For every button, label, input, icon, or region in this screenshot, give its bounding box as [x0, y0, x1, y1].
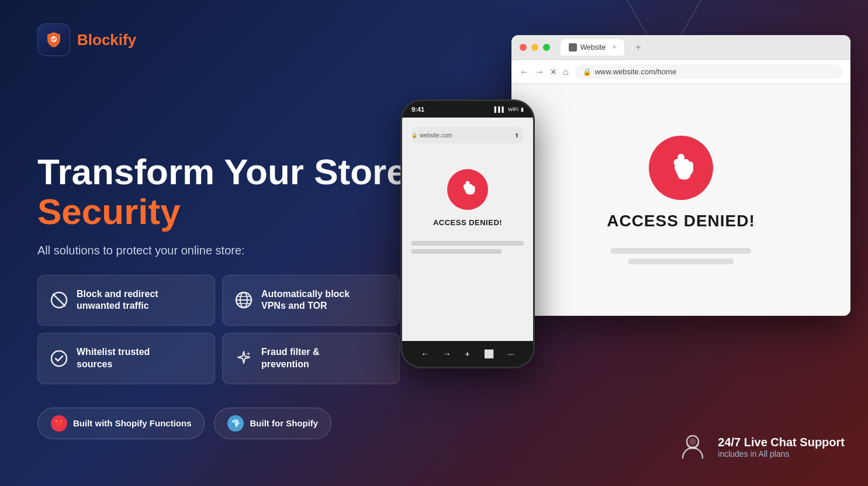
diamond-icon: 💎 [227, 415, 244, 432]
sparkle-icon [234, 349, 253, 368]
svg-line-2 [53, 294, 65, 306]
support-section: 24/7 Live Chat Support includes in All p… [677, 431, 845, 463]
phone-menu-icon[interactable]: ··· [507, 349, 514, 359]
browser-dot-green [543, 44, 550, 51]
phone-bottom-bar: ← → + ⬜ ··· [402, 341, 533, 367]
heart-icon: ❤️ [51, 415, 67, 432]
phone-addressbar: 🔒 website.com ⬆ [411, 127, 524, 143]
hero-content: Transform Your Store Security All soluti… [37, 152, 435, 439]
address-box: 🔒 www.website.com/home [575, 64, 842, 79]
svg-point-10 [689, 438, 696, 445]
phone-share-nav-icon[interactable]: + [465, 349, 470, 359]
access-denied-icon-small [447, 169, 488, 210]
badge-built-for-shopify-label: Built for Shopify [250, 418, 318, 428]
feature-card-block-traffic: Block and redirectunwanted traffic [37, 275, 215, 326]
support-subtitle: includes in All plans [718, 449, 845, 459]
browser-tab-close[interactable]: × [613, 44, 616, 50]
browser-back-button[interactable]: ← [520, 67, 529, 77]
phone-url: website.com [420, 132, 452, 139]
browser-content: ACCESS DENIED! [511, 84, 850, 316]
phone-line-1 [411, 241, 524, 246]
globe-icon [234, 291, 253, 309]
left-panel: Transform Your Store Security All soluti… [37, 0, 435, 486]
browser-tab-title: Website [580, 43, 606, 51]
hero-subtitle: All solutions to protect your online sto… [37, 244, 435, 257]
hero-title-line2: Security [37, 192, 435, 232]
badge-built-for-shopify[interactable]: 💎 Built for Shopify [214, 408, 331, 439]
phone-status-icons: ▌▌▌ WiFi ▮ [494, 106, 524, 112]
hero-title-line1: Transform Your Store [37, 152, 435, 192]
badges-row: ❤️ Built with Shopify Functions 💎 Built … [37, 408, 435, 439]
phone-screen: 🔒 website.com ⬆ ACCESS DENIED! [402, 118, 533, 341]
wifi-icon: WiFi [508, 106, 518, 112]
right-panel: Website × + ← → ✕ ⌂ 🔒 www.website.com/ho… [389, 0, 868, 486]
browser-window: Website × + ← → ✕ ⌂ 🔒 www.website.com/ho… [511, 35, 850, 316]
phone-access-denied-text: ACCESS DENIED! [433, 218, 502, 227]
feature-label-vpn: Automatically blockVPNs and TOR [261, 288, 350, 313]
features-grid: Block and redirectunwanted traffic Autom… [37, 275, 400, 384]
browser-content-lines [611, 248, 751, 264]
check-circle-icon [50, 349, 68, 368]
lock-icon: 🔒 [583, 68, 592, 76]
phone-share-icon: ⬆ [514, 132, 524, 139]
browser-home-button[interactable]: ⌂ [563, 67, 569, 77]
feature-card-whitelist: Whitelist trustedsources [37, 333, 215, 384]
content-line-1 [611, 248, 751, 254]
feature-label-fraud: Fraud filter &prevention [261, 346, 320, 371]
badge-shopify-functions-label: Built with Shopify Functions [73, 418, 191, 428]
browser-titlebar: Website × + [511, 35, 850, 60]
support-title: 24/7 Live Chat Support [718, 436, 845, 449]
browser-dot-red [520, 44, 527, 51]
hand-stop-icon-small [457, 179, 478, 200]
feature-label-whitelist: Whitelist trustedsources [77, 346, 150, 371]
support-text-block: 24/7 Live Chat Support includes in All p… [718, 436, 845, 459]
browser-forward-button[interactable]: → [535, 67, 544, 77]
browser-close-button[interactable]: ✕ [550, 67, 557, 77]
phone-time: 9:41 [411, 106, 424, 113]
phone-lock-icon: 🔒 [411, 133, 417, 138]
phone-bookmark-icon[interactable]: ⬜ [484, 349, 494, 359]
feature-label-block-traffic: Block and redirectunwanted traffic [77, 288, 158, 313]
browser-addressbar: ← → ✕ ⌂ 🔒 www.website.com/home [511, 60, 850, 84]
feature-card-vpn: Automatically blockVPNs and TOR [222, 275, 400, 326]
browser-tab-favicon [569, 43, 577, 51]
phone-forward-icon[interactable]: → [443, 349, 451, 359]
phone-content-lines [411, 241, 524, 254]
svg-point-8 [51, 351, 67, 366]
battery-icon: ▮ [521, 106, 524, 112]
browser-new-tab[interactable]: + [631, 40, 645, 54]
signal-icon: ▌▌▌ [494, 106, 506, 112]
phone-back-icon[interactable]: ← [421, 349, 429, 359]
browser-tab: Website × [561, 39, 624, 56]
browser-dot-yellow [531, 44, 538, 51]
phone-mockup: 9:41 ▌▌▌ WiFi ▮ 🔒 website.com ⬆ ACCESS D… [400, 99, 535, 368]
content-line-2 [628, 258, 734, 264]
support-agent-icon [677, 431, 708, 463]
badge-shopify-functions[interactable]: ❤️ Built with Shopify Functions [37, 408, 205, 439]
block-icon [50, 291, 68, 309]
phone-line-2 [411, 249, 502, 254]
browser-url: www.website.com/home [595, 67, 676, 76]
hand-stop-icon-large [663, 150, 698, 185]
browser-access-denied-text: ACCESS DENIED! [607, 212, 755, 230]
phone-notch: 9:41 ▌▌▌ WiFi ▮ [402, 101, 533, 118]
access-denied-icon-large [649, 136, 713, 200]
feature-card-fraud: Fraud filter &prevention [222, 333, 400, 384]
